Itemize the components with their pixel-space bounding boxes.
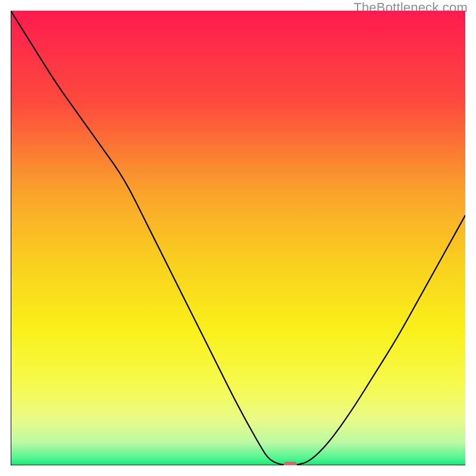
gradient-background xyxy=(11,11,465,465)
plot-svg xyxy=(11,11,465,465)
optimum-marker xyxy=(284,462,297,465)
bottleneck-chart: TheBottleneck.com xyxy=(0,0,476,476)
